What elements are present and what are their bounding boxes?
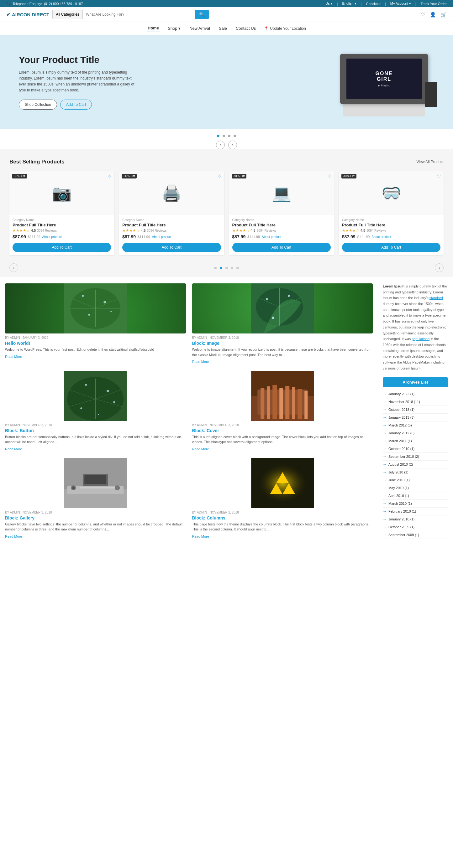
archive-item-2[interactable]: →October 2018 (1) bbox=[383, 406, 448, 414]
product-card-4: 30% Off ♡ 🥽 Category Name Product Full T… bbox=[339, 171, 444, 255]
nav-sale[interactable]: Sale bbox=[218, 25, 228, 32]
sidebar-standard-link[interactable]: standard bbox=[429, 296, 443, 300]
archive-link-13[interactable]: April 2010 (1) bbox=[389, 494, 409, 498]
archive-link-2[interactable]: October 2018 (1) bbox=[389, 408, 415, 411]
top-link-checkout[interactable]: Checkout bbox=[366, 2, 380, 6]
top-link-track[interactable]: Track Your Order bbox=[421, 2, 447, 6]
post-title-1[interactable]: Hello world! bbox=[5, 341, 186, 346]
wishlist-icon-3[interactable]: ♡ bbox=[327, 174, 331, 179]
archive-item-13[interactable]: →April 2010 (1) bbox=[383, 492, 448, 500]
cart-icon[interactable]: 🛒 bbox=[441, 11, 447, 18]
hero-dot-4[interactable] bbox=[233, 135, 236, 137]
sidebar-popularised-link[interactable]: popularised bbox=[412, 337, 429, 341]
archive-link-18[interactable]: September 2009 (1) bbox=[389, 533, 419, 537]
product-image-wrap-3: 30% Off ♡ 💻 bbox=[229, 171, 334, 215]
nav-shop[interactable]: Shop ▾ bbox=[167, 25, 181, 32]
nav-location[interactable]: 📍 Update Your Location bbox=[264, 26, 306, 31]
archive-link-3[interactable]: January 2013 (5) bbox=[389, 415, 415, 419]
add-to-cart-3[interactable]: Add To Cart bbox=[232, 243, 331, 252]
user-icon[interactable]: 👤 bbox=[430, 11, 436, 18]
archive-link-14[interactable]: March 2010 (1) bbox=[389, 502, 412, 505]
archive-link-4[interactable]: March 2012 (5) bbox=[389, 423, 412, 427]
nav-home[interactable]: Home bbox=[147, 24, 160, 32]
prod-dot-2[interactable] bbox=[220, 267, 222, 269]
archive-item-17[interactable]: →October 2009 (1) bbox=[383, 523, 448, 531]
archive-item-12[interactable]: →May 2010 (1) bbox=[383, 484, 448, 492]
archive-link-8[interactable]: September 2010 (2) bbox=[389, 455, 419, 458]
post-title-3[interactable]: Block: Button bbox=[5, 428, 186, 433]
hero-dot-2[interactable] bbox=[223, 135, 225, 137]
prod-dot-3[interactable] bbox=[225, 267, 228, 269]
archive-link-9[interactable]: August 2010 (2) bbox=[389, 463, 413, 466]
archive-item-16[interactable]: →January 2010 (1) bbox=[383, 516, 448, 523]
top-link-us[interactable]: Us ▾ bbox=[325, 2, 333, 6]
nav-contact[interactable]: Contact Us bbox=[235, 25, 256, 32]
products-next-button[interactable]: › bbox=[435, 264, 444, 272]
top-link-english[interactable]: English ▾ bbox=[342, 2, 357, 6]
archive-item-3[interactable]: →January 2013 (5) bbox=[383, 414, 448, 422]
read-more-2[interactable]: Read More bbox=[192, 360, 209, 364]
read-more-5[interactable]: Read More bbox=[5, 534, 22, 538]
category-dropdown[interactable]: All Categories bbox=[53, 10, 83, 19]
read-more-4[interactable]: Read More bbox=[192, 447, 209, 451]
shop-collection-button[interactable]: Shop Collection bbox=[19, 100, 57, 110]
wishlist-icon-1[interactable]: ♡ bbox=[108, 174, 112, 179]
prod-dot-1[interactable] bbox=[214, 267, 217, 269]
archive-link-6[interactable]: March 2011 (1) bbox=[389, 439, 412, 443]
view-all-button[interactable]: View All Product bbox=[417, 160, 444, 164]
search-button[interactable]: 🔍 bbox=[195, 10, 209, 19]
archive-item-18[interactable]: →September 2009 (1) bbox=[383, 531, 448, 539]
top-link-account[interactable]: My Account ▾ bbox=[390, 2, 411, 6]
archive-item-1[interactable]: →November 2018 (11) bbox=[383, 398, 448, 406]
add-to-cart-1[interactable]: Add To Cart bbox=[12, 243, 111, 252]
archive-item-6[interactable]: →March 2011 (1) bbox=[383, 437, 448, 445]
wishlist-icon[interactable]: ♡ bbox=[421, 11, 425, 18]
archive-item-14[interactable]: →March 2010 (1) bbox=[383, 500, 448, 507]
about-link-3[interactable]: About product bbox=[262, 235, 281, 239]
old-price-2: $111.99 bbox=[138, 235, 150, 239]
add-to-cart-hero-button[interactable]: Add To Cart bbox=[60, 100, 92, 110]
about-link-4[interactable]: About product bbox=[371, 235, 391, 239]
prod-dot-4[interactable] bbox=[231, 267, 233, 269]
archive-link-15[interactable]: February 2010 (1) bbox=[389, 509, 416, 513]
about-link-1[interactable]: About product bbox=[42, 235, 62, 239]
hero-dot-1[interactable] bbox=[217, 135, 220, 137]
post-title-6[interactable]: Block: Columns bbox=[192, 516, 373, 520]
archive-item-7[interactable]: →October 2010 (1) bbox=[383, 445, 448, 453]
products-prev-button[interactable]: ‹ bbox=[9, 264, 18, 272]
read-more-1[interactable]: Read More bbox=[5, 355, 22, 359]
archive-item-5[interactable]: →January 2012 (6) bbox=[383, 429, 448, 437]
archive-item-8[interactable]: →September 2010 (2) bbox=[383, 453, 448, 461]
wishlist-icon-2[interactable]: ♡ bbox=[218, 174, 222, 179]
search-input[interactable] bbox=[83, 10, 195, 19]
post-title-5[interactable]: Block: Gallery bbox=[5, 516, 186, 520]
archive-link-12[interactable]: May 2010 (1) bbox=[389, 486, 409, 490]
archive-item-15[interactable]: →February 2010 (1) bbox=[383, 507, 448, 516]
post-title-2[interactable]: Block: Image bbox=[192, 341, 373, 346]
nav-new-arrival[interactable]: New Arrival bbox=[189, 25, 211, 32]
prod-dot-5[interactable] bbox=[236, 267, 239, 269]
hero-prev-button[interactable]: ‹ bbox=[216, 141, 225, 149]
archive-item-10[interactable]: →July 2010 (1) bbox=[383, 468, 448, 476]
archive-link-16[interactable]: January 2010 (1) bbox=[389, 517, 415, 521]
hero-dot-3[interactable] bbox=[228, 135, 230, 137]
read-more-3[interactable]: Read More bbox=[5, 447, 22, 451]
add-to-cart-4[interactable]: Add To Cart bbox=[342, 243, 441, 252]
archive-link-10[interactable]: July 2010 (1) bbox=[389, 470, 408, 474]
archive-item-4[interactable]: →March 2012 (5) bbox=[383, 422, 448, 429]
read-more-6[interactable]: Read More bbox=[192, 534, 209, 538]
hero-next-button[interactable]: › bbox=[228, 141, 237, 149]
archive-link-5[interactable]: January 2012 (6) bbox=[389, 431, 415, 435]
wishlist-icon-4[interactable]: ♡ bbox=[437, 174, 441, 179]
archive-link-7[interactable]: October 2010 (1) bbox=[389, 447, 415, 451]
archive-link-11[interactable]: June 2010 (1) bbox=[389, 478, 410, 482]
archive-item-9[interactable]: →August 2010 (2) bbox=[383, 461, 448, 468]
post-title-4[interactable]: Block: Cover bbox=[192, 428, 373, 433]
archive-link-1[interactable]: November 2018 (11) bbox=[389, 400, 420, 404]
archive-link-17[interactable]: October 2009 (1) bbox=[389, 525, 415, 529]
archive-item-0[interactable]: →January 2022 (1) bbox=[383, 390, 448, 398]
archive-item-11[interactable]: →June 2010 (1) bbox=[383, 476, 448, 484]
archive-link-0[interactable]: January 2022 (1) bbox=[389, 392, 415, 396]
about-link-2[interactable]: About product bbox=[152, 235, 171, 239]
add-to-cart-2[interactable]: Add To Cart bbox=[122, 243, 221, 252]
